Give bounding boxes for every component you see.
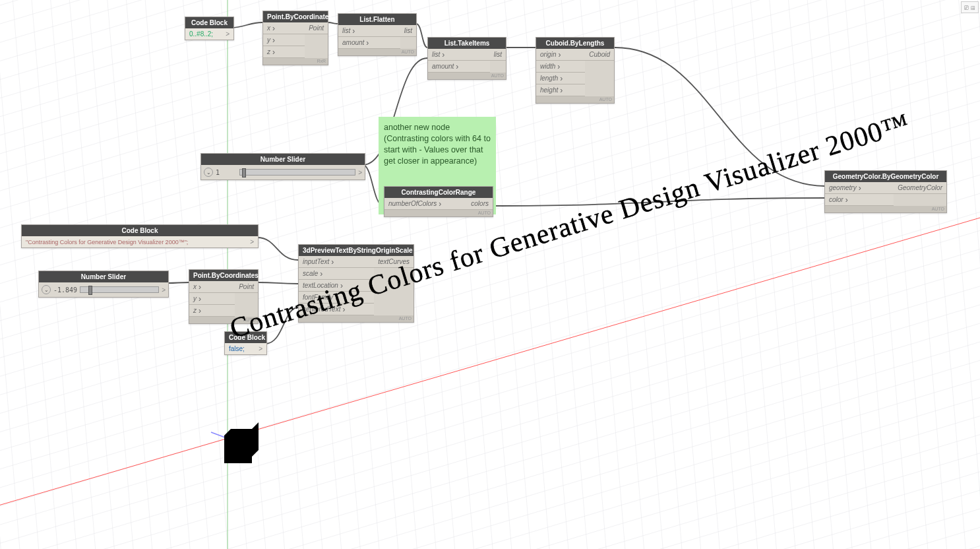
node-footer: RxR [263,58,328,65]
node-title: Cuboid.ByLengths [536,38,614,49]
port-out-geometry-color[interactable]: GeometryColor [894,182,946,194]
node-title: Point.ByCoordinates [263,11,328,22]
node-number-slider-2[interactable]: Number Slider ⌄ -1.849 > [38,271,169,298]
port-out-list[interactable]: list [400,25,416,37]
port-in-amount[interactable]: amount› [428,61,490,73]
node-title: Code Block [185,17,233,28]
port-in-x[interactable]: x› [263,22,305,34]
node-number-slider-1[interactable]: Number Slider ⌄ 1 > [200,153,365,180]
port-in-geometry[interactable]: geometry› [825,182,894,194]
port-out-colors[interactable]: colors [467,198,493,210]
node-contrasting-color-range[interactable]: ContrastingColorRange numberOfColors› co… [384,186,493,217]
viewport-cube-geometry [224,436,252,463]
node-point-by-coordinates-1[interactable]: Point.ByCoordinates x› y› z› Point RxR [262,11,328,65]
port-out[interactable]: > [259,345,262,352]
slider-track[interactable] [239,169,355,176]
port-in-list[interactable]: list› [338,25,400,37]
port-in-x[interactable]: x› [189,281,235,293]
node-title: Number Slider [201,154,365,165]
code-text: 0..#8..2; [189,30,213,38]
port-in-input-text[interactable]: inputText› [299,256,374,268]
port-out-point[interactable]: Point [235,281,258,293]
node-footer: AUTO [825,206,946,212]
port-out-list[interactable]: list [490,49,506,61]
port-in-number-of-colors[interactable]: numberOfColors› [384,198,467,210]
port-in-height[interactable]: height› [536,84,585,96]
port-in-color[interactable]: color› [825,194,894,206]
node-footer: AUTO [338,49,416,55]
slider-value: -1.849 [53,286,77,294]
port-out[interactable]: > [162,286,166,294]
slider-track[interactable] [80,286,159,293]
node-title: List.TakeItems [428,38,506,49]
node-title: Number Slider [39,271,168,282]
port-in-list[interactable]: list› [428,49,490,61]
annotation-text: another new node (Contrasting colors wit… [384,122,491,167]
port-in-y[interactable]: y› [189,293,235,305]
view-toggle-icons[interactable]: ⎚ ⊞ [961,1,979,13]
port-in-origin[interactable]: origin› [536,49,585,61]
node-title: Code Block [22,225,258,236]
node-footer: AUTO [536,96,614,103]
node-title: GeometryColor.ByGeometryColor [825,171,946,182]
port-out[interactable]: > [358,169,362,176]
node-list-flatten[interactable]: List.Flatten list› amount› list AUTO [338,13,417,56]
port-out-point[interactable]: Point [305,22,328,34]
node-code-block-2[interactable]: Code Block "Contrasting Colors for Gener… [21,224,259,248]
port-in-z[interactable]: z› [263,46,305,58]
port-in-amount[interactable]: amount› [338,37,400,49]
node-code-block-1[interactable]: Code Block 0..#8..2;> [185,16,234,40]
node-geometry-color[interactable]: GeometryColor.ByGeometryColor geometry› … [824,170,947,213]
slider-value: 1 [216,169,237,176]
port-out[interactable]: > [226,30,230,38]
node-footer: AUTO [428,73,506,79]
code-text: false; [229,345,245,352]
node-footer: AUTO [384,210,493,216]
expand-icon[interactable]: ⌄ [42,285,51,294]
port-out-cuboid[interactable]: Cuboid [585,49,614,61]
port-in-width[interactable]: width› [536,61,585,73]
node-title: Point.ByCoordinates [189,270,258,281]
expand-icon[interactable]: ⌄ [204,168,213,177]
node-cuboid-by-lengths[interactable]: Cuboid.ByLengths origin› width› length› … [536,37,615,104]
node-title: ContrastingColorRange [384,187,493,198]
node-list-take-items[interactable]: List.TakeItems list› amount› list AUTO [427,37,506,80]
node-title: 3dPreviewTextByStringOriginScale [299,245,413,256]
node-title: List.Flatten [338,14,416,25]
port-in-length[interactable]: length› [536,73,585,84]
code-text: "Contrasting Colors for Generative Desig… [26,239,188,245]
port-out[interactable]: > [250,238,254,245]
port-in-y[interactable]: y› [263,34,305,46]
